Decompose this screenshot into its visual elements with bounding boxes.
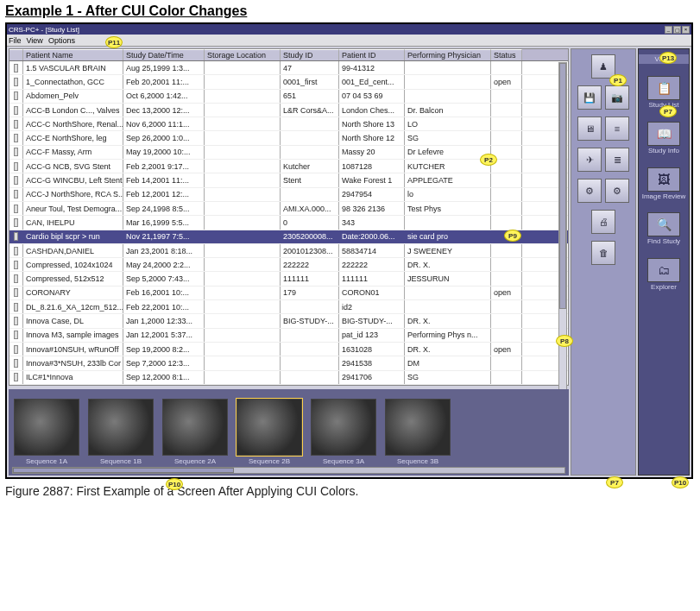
cell-physician: APPLEGATE — [405, 173, 491, 186]
close-button[interactable]: × — [682, 26, 690, 34]
table-row[interactable]: ACC-E NorthShore, legSep 26,2000 1:0...N… — [9, 131, 568, 145]
view-study-info-icon[interactable]: 📖 — [647, 122, 680, 146]
tool-queue-icon[interactable]: ≣ — [605, 148, 629, 172]
table-row[interactable]: CORONARYFeb 16,2001 10:...179CORON01open — [9, 287, 568, 300]
header-performing-physician[interactable]: Performing Physician — [405, 49, 491, 60]
cell-study-id — [281, 117, 339, 130]
cell-physician: sie card pro — [405, 230, 491, 243]
table-row[interactable]: ACC-C NorthShore, Renal...Nov 6,2000 11:… — [9, 117, 568, 131]
cell-storage-location — [205, 258, 281, 271]
view-explorer-icon[interactable]: 🗂 — [647, 258, 680, 282]
row-icon — [14, 261, 18, 269]
row-icon — [14, 205, 18, 213]
table-row[interactable]: Compressed, 1024x1024May 24,2000 2:2...2… — [9, 258, 568, 272]
table-row[interactable]: ACC-J NorthShore, RCA S...Feb 12,2001 12… — [9, 188, 568, 202]
table-headers: Patient Name Study Date/Time Storage Loc… — [9, 49, 568, 61]
thumbnail-item[interactable]: Sequence 2B — [235, 399, 304, 465]
table-row[interactable]: ILC#1*InnovaSep 12,2000 8:1...2941706SG — [9, 371, 568, 385]
maximize-button[interactable]: ▢ — [673, 26, 681, 34]
cell-patient-name: Abdomen_Pelv — [23, 90, 123, 103]
thumbnail-image — [88, 399, 154, 456]
header-status[interactable]: Status — [491, 49, 522, 60]
cell-status — [491, 188, 522, 201]
cell-storage-location — [205, 244, 281, 257]
table-row[interactable]: Compressed, 512x512Sep 5,2000 7:43...111… — [9, 272, 568, 286]
table-row[interactable]: ACC-G WINCBU, Left StentFeb 14,2001 11:.… — [9, 173, 568, 187]
cell-study-date: Sep 19,2000 8:2... — [123, 343, 205, 356]
cell-storage-location — [205, 104, 281, 117]
table-row[interactable]: 1.5 VASCULAR BRAINAug 25,1999 1:3...4799… — [9, 61, 568, 75]
menu-file[interactable]: File — [9, 36, 22, 45]
thumbnail-item[interactable]: Sequence 2A — [161, 399, 230, 465]
cell-storage-location — [205, 131, 281, 144]
thumbnail-label: Sequence 1B — [100, 457, 142, 465]
thumbnail-item[interactable]: Sequence 3A — [309, 399, 378, 465]
header-study-date[interactable]: Study Date/Time — [123, 49, 205, 60]
row-icon — [14, 359, 18, 368]
table-row[interactable]: Innova#10NSUH, wRunOffSep 19,2000 8:2...… — [9, 343, 568, 356]
cell-storage-location — [205, 173, 281, 186]
menu-view[interactable]: View — [27, 36, 43, 45]
minimize-button[interactable]: _ — [665, 26, 672, 34]
row-icon — [14, 176, 18, 185]
view-find-study-icon[interactable]: 🔍 — [647, 212, 680, 236]
horizontal-scrollbar[interactable] — [12, 467, 565, 474]
cell-study-date: Jan 23,2001 8:18... — [123, 244, 205, 257]
table-row[interactable]: Abdomen_PelvOct 6,2000 1:42...65107 04 5… — [9, 90, 568, 104]
figure-caption: Figure 2887: First Example of a Screen A… — [0, 479, 700, 507]
cell-study-id: L&R Cors&A... — [281, 104, 339, 117]
cell-status: open — [491, 75, 522, 88]
cell-patient-name: ACC-E NorthShore, leg — [23, 131, 123, 144]
cell-storage-location — [205, 61, 281, 74]
thumbnail-item[interactable]: Sequence 3B — [383, 399, 452, 465]
table-row[interactable]: Innova M3, sample imagesJan 12,2001 5:37… — [9, 329, 568, 343]
cell-patient-name: ACC-J NorthShore, RCA S... — [23, 188, 123, 201]
table-row[interactable]: Innova Case, DLJan 1,2000 12:33...BIG-ST… — [9, 314, 568, 328]
cell-storage-location — [205, 216, 281, 229]
view-image-review-icon[interactable]: 🖼 — [647, 167, 680, 192]
cell-study-id — [281, 329, 339, 342]
cell-patient-name: Cardio bipl scpr > run — [23, 230, 123, 243]
tool-print-icon[interactable]: 🖨 — [591, 210, 615, 234]
cell-status — [491, 90, 522, 103]
tool-camera-icon[interactable]: 📷 — [605, 85, 629, 110]
tool-computer-icon[interactable]: 🖥 — [577, 117, 602, 141]
tool-disk-icon[interactable]: 💾 — [577, 85, 602, 110]
cell-patient-name: ACC-G WINCBU, Left Stent — [23, 173, 123, 186]
cell-patient-id: CORON01 — [339, 287, 405, 299]
cell-storage-location — [205, 329, 281, 342]
table-row[interactable]: DL_8.21.6_XA_12cm_512...Feb 22,2001 10:.… — [9, 300, 568, 314]
header-patient-name[interactable]: Patient Name — [23, 49, 123, 60]
menu-options[interactable]: Options — [48, 36, 75, 45]
marker-p8: P8 — [556, 335, 573, 347]
cell-patient-id: 58834714 — [339, 244, 405, 257]
cell-study-id: Stent — [281, 173, 339, 186]
cell-status — [491, 117, 522, 130]
view-image-review-label: Image Review — [642, 193, 686, 201]
tool-send-icon[interactable]: ✈ — [577, 148, 602, 172]
cell-storage-location — [205, 188, 281, 201]
table-row[interactable]: Cardio bipl scpr > runNov 21,1997 7:5...… — [9, 230, 568, 244]
header-study-id[interactable]: Study ID — [281, 49, 339, 60]
header-storage-location[interactable]: Storage Location — [205, 49, 281, 60]
table-row[interactable]: 1_Connectathon, GCCFeb 20,2001 11:...000… — [9, 75, 568, 89]
tool-settings1-icon[interactable]: ⚙ — [577, 179, 602, 203]
table-row[interactable]: ACC-B London C..., ValvesDec 13,2000 12:… — [9, 104, 568, 117]
header-patient-id[interactable]: Patient ID — [339, 49, 405, 60]
tool-trash-icon[interactable]: 🗑 — [591, 241, 615, 265]
cell-study-id: 2001012308... — [281, 244, 339, 257]
row-icon — [14, 190, 18, 198]
cell-physician: Test Phys — [405, 202, 491, 215]
table-row[interactable]: Innova#3*NSUH, 233lb CorSep 7,2000 12:3.… — [9, 356, 568, 370]
tool-settings2-icon[interactable]: ⚙ — [605, 179, 629, 203]
cell-physician — [405, 90, 491, 103]
table-row[interactable]: CASHDAN,DANIELJan 23,2001 8:18...2001012… — [9, 244, 568, 258]
thumbnail-item[interactable]: Sequence 1B — [86, 399, 155, 465]
cell-storage-location — [205, 230, 281, 243]
cell-storage-location — [205, 272, 281, 285]
thumbnail-item[interactable]: Sequence 1A — [12, 399, 81, 465]
table-row[interactable]: CAN, IHELPUMar 16,1999 5:5...0343 — [9, 216, 568, 230]
view-study-list-icon[interactable]: 📋 — [647, 76, 680, 100]
table-row[interactable]: Aneur Toul, Test Demogra...Sep 24,1998 8… — [9, 202, 568, 216]
tool-list-icon[interactable]: ≡ — [605, 117, 629, 141]
